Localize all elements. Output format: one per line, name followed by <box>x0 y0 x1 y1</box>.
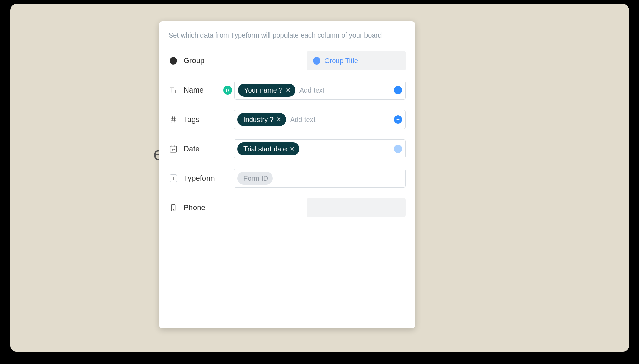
tags-pill-label: Industry ? <box>243 116 274 123</box>
row-tags: Tags Industry ? ✕ Add text + <box>169 110 406 129</box>
svg-point-0 <box>170 57 177 65</box>
close-icon[interactable]: ✕ <box>290 146 295 152</box>
row-group-left: Group <box>169 56 234 66</box>
row-phone-left: Phone <box>169 203 234 212</box>
row-group: Group Group Title <box>169 51 406 71</box>
row-phone-label: Phone <box>184 203 205 212</box>
row-tags-left: Tags <box>169 115 234 124</box>
tags-field[interactable]: Industry ? ✕ Add text + <box>234 110 406 129</box>
modal-description: Set which data from Typeform will popula… <box>169 31 406 39</box>
svg-point-4 <box>173 209 174 210</box>
typeform-pill-label: Form ID <box>243 175 268 182</box>
add-button-disabled: + <box>394 145 402 153</box>
row-date-label: Date <box>184 144 199 153</box>
circle-filled-icon <box>169 56 178 66</box>
row-tags-label: Tags <box>184 115 199 124</box>
row-group-label: Group <box>184 56 204 65</box>
typeform-field[interactable]: Form ID <box>234 169 406 188</box>
add-button[interactable]: + <box>394 86 402 94</box>
group-field[interactable]: Group Title <box>307 51 406 70</box>
add-button[interactable]: + <box>394 115 402 124</box>
date-pill-label: Trial start date <box>243 145 287 152</box>
name-pill[interactable]: Your name ? ✕ <box>238 84 295 97</box>
row-phone: Phone <box>169 198 406 218</box>
phone-field[interactable] <box>307 198 406 217</box>
hash-icon <box>169 115 178 124</box>
phone-icon <box>169 203 178 212</box>
row-name-left: Name <box>169 85 223 95</box>
close-icon[interactable]: ✕ <box>285 87 291 93</box>
row-date-left: 17 Date <box>169 144 234 154</box>
grammarly-icon[interactable]: G <box>223 86 232 95</box>
date-pill[interactable]: Trial start date ✕ <box>237 142 299 155</box>
name-pill-label: Your name ? <box>244 87 283 94</box>
typeform-pill: Form ID <box>237 172 273 185</box>
group-color-dot-icon <box>313 57 320 65</box>
mapping-modal: Set which data from Typeform will popula… <box>159 21 415 328</box>
name-field[interactable]: Your name ? ✕ Add text + <box>234 81 406 100</box>
tags-pill[interactable]: Industry ? ✕ <box>237 113 286 126</box>
tags-placeholder: Add text <box>290 116 315 124</box>
app-window: e a pulse Set which data from Typeform w… <box>10 4 629 352</box>
group-title-text: Group Title <box>324 57 358 65</box>
row-date: 17 Date Trial start date ✕ + <box>169 139 406 159</box>
date-field[interactable]: Trial start date ✕ + <box>234 139 406 158</box>
row-name-label: Name <box>184 86 204 95</box>
name-placeholder: Add text <box>299 86 324 94</box>
t-badge-icon: T <box>169 173 178 183</box>
text-type-icon <box>169 85 178 95</box>
row-name: Name G Your name ? ✕ Add text + <box>169 80 406 100</box>
calendar-icon: 17 <box>169 144 178 154</box>
row-typeform-left: T Typeform <box>169 173 234 183</box>
close-icon[interactable]: ✕ <box>276 116 281 123</box>
row-typeform: T Typeform Form ID <box>169 168 406 188</box>
row-typeform-label: Typeform <box>184 174 215 183</box>
svg-text:17: 17 <box>172 149 175 152</box>
